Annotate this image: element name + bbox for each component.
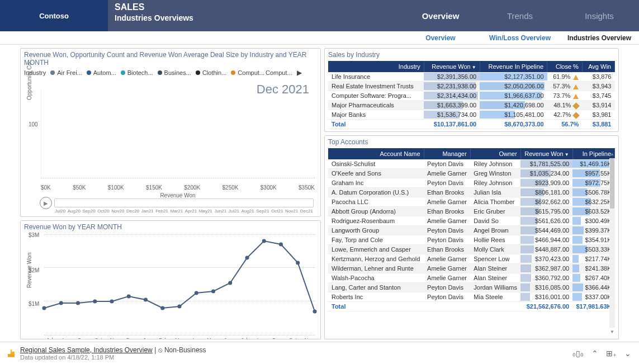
scatter-title: Revenue Won, Opportunity Count and Reven… xyxy=(24,51,317,67)
column-header[interactable]: Close % xyxy=(547,61,583,72)
legend-dot-icon xyxy=(196,70,200,75)
table-row[interactable]: Osinski-SchulistPeyton DavisRiley Johnso… xyxy=(328,159,615,169)
table-row[interactable]: Major Banks$1,536,734.00$1,105,481.0042.… xyxy=(328,110,615,120)
timeline-tick: Nov20 xyxy=(111,209,124,214)
column-header[interactable]: Avg Win xyxy=(582,61,614,72)
table-row[interactable]: Wilderman, Lehner and RunteAmelie Garner… xyxy=(328,264,615,273)
top-accounts-card[interactable]: Top Accounts Account NameManagerOwnerRev… xyxy=(324,135,619,339)
timeline-tick: Mar21 xyxy=(170,209,183,214)
scatter-plot[interactable]: Opportunity Co... Dec 2021 100 $0K$50K$1… xyxy=(41,78,315,192)
svg-point-10 xyxy=(177,305,181,309)
line-xtick: Oct2020 xyxy=(93,337,104,339)
timeline-tick: Dec20 xyxy=(126,209,139,214)
column-header[interactable]: Revenue Won▼ xyxy=(424,61,480,72)
legend-dot-icon xyxy=(121,70,125,75)
scroll-up-icon[interactable]: ▲ xyxy=(609,152,615,157)
scroll-down-icon[interactable]: ▼ xyxy=(609,329,615,334)
legend-item[interactable]: Comput... xyxy=(238,69,264,76)
svg-point-3 xyxy=(59,301,63,305)
scatter-xtick: $350K xyxy=(299,185,315,191)
timeline-slider[interactable]: Jul20Aug20Sep20Oct20Nov20Dec20Jan21Feb21… xyxy=(54,198,314,207)
table-row[interactable]: Computer Software: Progra...$2,314,434.0… xyxy=(328,91,615,101)
footer-bar: Regional Sales Sample, Industries Overvi… xyxy=(0,342,639,364)
table-scrollbar[interactable]: ▲ ▼ xyxy=(609,158,615,328)
legend-item[interactable]: Clothin... xyxy=(202,69,226,76)
timeline-tick: Aug20 xyxy=(68,209,81,214)
table-row[interactable]: Roberts IncPeyton DavisMia Steele$316,00… xyxy=(328,292,615,302)
table-row[interactable]: Graham IncPeyton DavisRiley Johnson$923,… xyxy=(328,178,615,188)
breadcrumb-link[interactable]: Regional Sales Sample, Industries Overvi… xyxy=(20,346,153,354)
table-total-row: Total$10,137,861.00$8,670,373.0056.7%$3,… xyxy=(328,120,615,129)
sub-tab[interactable]: Industries Overview xyxy=(560,31,639,44)
table-row[interactable]: Life Insurance$2,391,356.00$2,127,351.00… xyxy=(328,72,615,82)
sales-by-industry-title: Sales by Industry xyxy=(328,51,615,59)
table-row[interactable]: Walsh-PacochaAmelie GarnerAlan Steiner$3… xyxy=(328,273,615,283)
timeline-tick: Jun21 xyxy=(214,209,226,214)
table-row[interactable]: A. Datum Corporation (U.S.)Ethan BrooksJ… xyxy=(328,188,615,197)
timeline-tick: Jan21 xyxy=(141,209,154,214)
sub-tab[interactable]: Win/Loss Overview xyxy=(480,31,560,44)
scatter-xtick: $0K xyxy=(41,185,51,191)
svg-point-2 xyxy=(42,306,46,310)
table-row[interactable]: Rodriguez-RosenbaumAmelie GarnerDavid So… xyxy=(328,216,615,226)
line-xtick: Nov2021 xyxy=(304,337,315,339)
table-row[interactable]: Major Pharmaceuticals$1,663,399.00$1,420… xyxy=(328,101,615,110)
line-chart[interactable]: Revenue Won $3M $2M $1M Jul2020Aug2020Se… xyxy=(44,234,315,335)
line-xtick: Jul2020 xyxy=(44,337,55,339)
table-row[interactable]: Pacocha LLCAmelie GarnerAlicia Thomber$6… xyxy=(328,197,615,207)
scatter-xtick: $100K xyxy=(108,185,124,191)
sales-by-industry-card[interactable]: Sales by Industry IndustryRevenue Won▼Re… xyxy=(324,48,619,132)
top-accounts-table[interactable]: Account NameManagerOwnerRevenue Won▼In P… xyxy=(328,148,615,311)
logo-tab[interactable]: Contoso xyxy=(0,0,108,31)
svg-point-11 xyxy=(195,291,198,295)
table-row[interactable]: Lowe, Emmerich and CasperEthan BrooksMol… xyxy=(328,245,615,254)
grid-add-icon[interactable]: ⊞₊ xyxy=(606,349,617,358)
kpi-up-icon xyxy=(573,75,579,80)
line-chart-card[interactable]: Revenue Won by YEAR MONTH Revenue Won $3… xyxy=(20,220,321,339)
line-xtick: Jun2021 xyxy=(223,337,234,339)
timeline-tick: Feb21 xyxy=(155,209,168,214)
table-total-row: Total$21,562,676.00$17,981.63K xyxy=(328,302,615,311)
chart-icon[interactable]: ₀▯₀ xyxy=(572,349,584,358)
line-xtick: Sep2021 xyxy=(271,337,282,339)
table-row[interactable]: Real Estate Investment Trusts$2,231,938.… xyxy=(328,82,615,91)
column-header[interactable]: In Pipeline xyxy=(572,148,614,159)
legend-item[interactable]: Comput... xyxy=(266,69,292,76)
column-header[interactable]: Account Name xyxy=(328,148,424,159)
column-header[interactable]: Revenue In Pipeline xyxy=(480,61,547,72)
column-header[interactable]: Manager xyxy=(424,148,470,159)
table-row[interactable]: Langworth GroupPeyton DavisAngel Brown$5… xyxy=(328,226,615,235)
table-row[interactable]: Lang, Carter and StantonPeyton DavisJord… xyxy=(328,283,615,292)
main-tab-trends[interactable]: Trends xyxy=(480,0,560,31)
sales-by-industry-table[interactable]: IndustryRevenue Won▼Revenue In PipelineC… xyxy=(328,61,615,129)
legend-more-icon[interactable]: ▶ xyxy=(297,69,302,77)
column-header[interactable]: Owner xyxy=(470,148,520,159)
scatter-xtick: $200K xyxy=(184,185,200,191)
page-title: Industries Overviews xyxy=(108,12,401,25)
legend-dot-icon xyxy=(231,70,235,75)
table-row[interactable]: Abbott Group (Andorra)Ethan BrooksEric G… xyxy=(328,207,615,216)
table-row[interactable]: Kertzmann, Herzog and GerholdAmelie Garn… xyxy=(328,254,615,264)
sub-tab[interactable]: Overview xyxy=(401,31,480,44)
main-tab-overview[interactable]: Overview xyxy=(401,0,480,31)
column-header[interactable]: Industry xyxy=(328,61,424,72)
play-button[interactable]: ▶ xyxy=(40,197,52,209)
legend-item[interactable]: Biotech... xyxy=(127,69,153,76)
legend-item[interactable]: Air Frei... xyxy=(57,69,82,76)
line-ytick-1m: $1M xyxy=(29,301,39,307)
chevron-up-icon[interactable]: ⌃ xyxy=(591,349,598,358)
line-xtick: Aug2021 xyxy=(255,337,266,339)
scatter-card[interactable]: Revenue Won, Opportunity Count and Reven… xyxy=(20,48,321,217)
table-row[interactable]: Fay, Torp and ColePeyton DavisHollie Ree… xyxy=(328,235,615,245)
chevron-down-icon[interactable]: ⌄ xyxy=(624,349,631,358)
svg-point-15 xyxy=(262,239,266,243)
legend-item[interactable]: Busines... xyxy=(164,69,191,76)
main-tab-insights[interactable]: Insights xyxy=(560,0,639,31)
line-xtick: Sep2020 xyxy=(77,337,88,339)
column-header[interactable]: Revenue Won▼ xyxy=(520,148,572,159)
legend-dot-icon xyxy=(50,70,55,75)
svg-point-17 xyxy=(296,261,300,265)
table-row[interactable]: O'Keefe and SonsAmelie GarnerGreg Winsto… xyxy=(328,169,615,178)
legend-item[interactable]: Autom... xyxy=(93,69,116,76)
powerbi-icon xyxy=(8,349,15,357)
